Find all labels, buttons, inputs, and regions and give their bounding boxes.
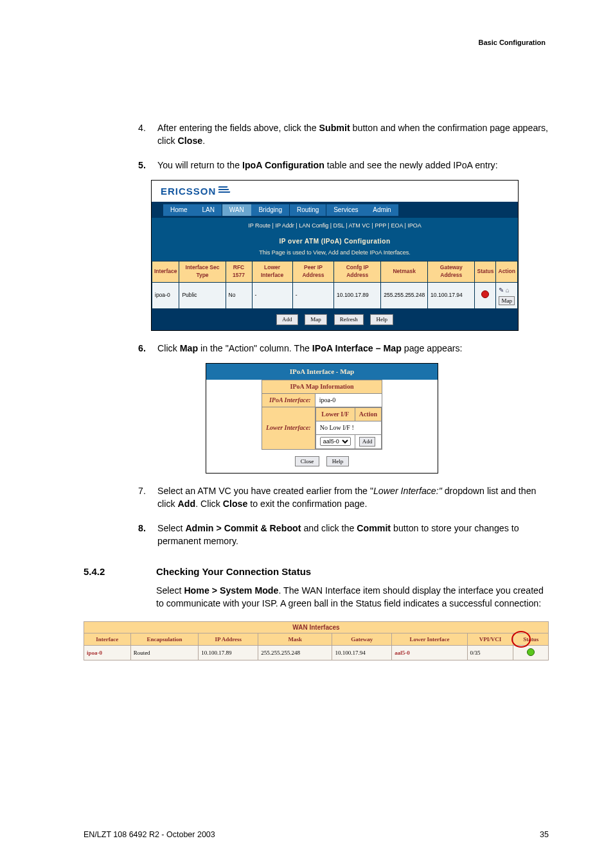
map-button[interactable]: Map xyxy=(305,314,327,325)
col-netmask: Netmask xyxy=(381,261,428,282)
ipoa-config-screenshot: ERICSSON Home LAN WAN Bridging xyxy=(151,180,549,331)
text: Select an ATM VC you have created earlie… xyxy=(157,486,373,496)
step-number: 4. xyxy=(138,122,146,135)
bold: Map xyxy=(180,343,198,353)
cell-status xyxy=(475,282,496,309)
map-button[interactable]: Map xyxy=(499,296,515,306)
status-down-icon xyxy=(481,290,489,298)
cell-lower: - xyxy=(252,282,292,309)
text: Select xyxy=(157,523,185,533)
nav-services[interactable]: Services xyxy=(326,204,365,216)
cell-gateway: 10.100.17.94 xyxy=(332,646,392,660)
col-sectype: Interface Sec Type xyxy=(179,261,226,282)
cell-vpivci: 0/35 xyxy=(467,646,513,660)
instruction-list: 4. After entering the fields above, clic… xyxy=(157,122,549,548)
refresh-button[interactable]: Refresh xyxy=(334,314,364,325)
text: You will return to the xyxy=(157,160,242,170)
table-row: ipoa-0 Routed 10.100.17.89 255.255.255.2… xyxy=(84,646,549,660)
step-number: 5. xyxy=(138,159,146,172)
help-button[interactable]: Help xyxy=(370,314,393,325)
ipoa-map-button-row: Close Help xyxy=(206,450,438,474)
wan-interfaces-screenshot: WAN Interfaces Interface Encapsulation I… xyxy=(84,621,549,660)
bold: Close xyxy=(178,136,203,146)
cell-status xyxy=(513,646,549,660)
section-number: 5.4.2 xyxy=(84,566,105,577)
text: . Click xyxy=(195,499,223,509)
col-lower: Lower Interface xyxy=(252,261,292,282)
section-title: Checking Your Connection Status xyxy=(156,566,549,577)
table-row: ipoa-0 Public No - - 10.100.17.89 255.25… xyxy=(152,282,518,309)
step-number: 6. xyxy=(138,342,146,355)
num-bold: 5. xyxy=(138,160,146,170)
nav-routing[interactable]: Routing xyxy=(290,204,326,216)
ericsson-wave-icon xyxy=(218,186,230,195)
add-button[interactable]: Add xyxy=(276,314,298,325)
table-header-row: Interface Encapsulation IP Address Mask … xyxy=(84,633,549,646)
cell-lower: aal5-0 xyxy=(392,646,467,660)
bold: Commit xyxy=(357,523,391,533)
ipoa-map-screenshot: IPoA Interface - Map IPoA Map Informatio… xyxy=(206,363,438,474)
nav-home[interactable]: Home xyxy=(163,204,195,216)
delete-icon[interactable] xyxy=(506,287,510,294)
col-rfc: RFC 1577 xyxy=(226,261,252,282)
cell-netmask: 255.255.255.248 xyxy=(381,282,428,309)
text: Click xyxy=(157,343,180,353)
no-low-if: No Low I/F ! xyxy=(315,421,381,435)
ipoa-iface-label: IPoA Interface: xyxy=(262,394,315,407)
bold: Close xyxy=(223,499,248,509)
cell-peerip: - xyxy=(292,282,333,309)
cell-action: Map xyxy=(496,282,518,309)
bold: IpoA Configuration xyxy=(242,160,324,170)
step-8: 8. Select Admin > Commit & Reboot and cl… xyxy=(157,522,549,548)
cell-interface: ipoa-0 xyxy=(84,646,131,660)
col-peerip: Peer IP Address xyxy=(292,261,333,282)
step-4: 4. After entering the fields above, clic… xyxy=(157,122,549,148)
nav-wan[interactable]: WAN xyxy=(222,204,251,216)
nav-bridging[interactable]: Bridging xyxy=(251,204,289,216)
bold: Add xyxy=(178,499,196,509)
table-header-row: Interface Interface Sec Type RFC 1577 Lo… xyxy=(152,261,518,282)
ipoa-config-table: Interface Interface Sec Type RFC 1577 Lo… xyxy=(152,261,518,309)
text: . xyxy=(202,136,205,146)
col-confip: Confg IP Address xyxy=(334,261,381,282)
col-lower: Lower Interface xyxy=(392,633,467,646)
ipoa-map-info-table: IPoA Map Information IPoA Interface: ipo… xyxy=(262,380,382,450)
router-page-title: IP over ATM (IPoA) Configuration xyxy=(152,233,518,247)
text: to exit the confirmation page. xyxy=(247,499,367,509)
ericsson-logo: ERICSSON xyxy=(161,184,216,198)
close-button[interactable]: Close xyxy=(295,456,320,467)
text: in the "Action" column. The xyxy=(198,343,312,353)
nav-admin[interactable]: Admin xyxy=(366,204,398,216)
footer-doc-id: EN/LZT 108 6492 R2 - October 2003 xyxy=(84,830,215,839)
cell-ip: 10.100.17.89 xyxy=(199,646,258,660)
step-number: 7. xyxy=(138,485,146,498)
cell-encap: Routed xyxy=(130,646,199,660)
cell-gateway: 10.100.17.94 xyxy=(428,282,475,309)
router-ui: ERICSSON Home LAN WAN Bridging xyxy=(151,180,519,331)
lower-if-select[interactable]: aal5-0 xyxy=(320,437,351,446)
cell-confip: 10.100.17.89 xyxy=(334,282,381,309)
ipoa-map-title: IPoA Interface - Map xyxy=(206,364,438,380)
step-number: 8. xyxy=(138,522,146,535)
cell-sectype: Public xyxy=(179,282,226,309)
router-button-row: Add Map Refresh Help xyxy=(152,309,518,330)
router-page-subtitle: This Page is used to View, Add and Delet… xyxy=(152,247,518,261)
lower-if-add-button[interactable]: Add xyxy=(359,437,376,447)
edit-icon[interactable] xyxy=(499,287,504,294)
bold: Home > System Mode xyxy=(184,585,278,596)
text: and click the xyxy=(301,523,357,533)
router-subnav[interactable]: IP Route | IP Addr | LAN Config | DSL | … xyxy=(152,218,518,234)
wan-interfaces-table: Interface Encapsulation IP Address Mask … xyxy=(84,633,549,660)
text: After entering the fields above, click t… xyxy=(157,123,319,133)
help-button[interactable]: Help xyxy=(326,456,350,467)
highlight-circle-icon xyxy=(511,631,531,648)
italic: Lower Interface:" xyxy=(373,486,442,496)
nav-lan[interactable]: LAN xyxy=(195,204,221,216)
router-brand-bar: ERICSSON xyxy=(152,181,518,202)
bold: IPoA Interface – Map xyxy=(312,343,402,353)
col-vpivci: VPI/VCI xyxy=(467,633,513,646)
step-5: 5. You will return to the IpoA Configura… xyxy=(157,159,549,331)
col-status: Status xyxy=(475,261,496,282)
lower-iface-label: Lower Interface: xyxy=(262,407,315,450)
lower-iface-nested: Lower I/F Action No Low I/F ! aal5-0 Add xyxy=(315,407,382,450)
